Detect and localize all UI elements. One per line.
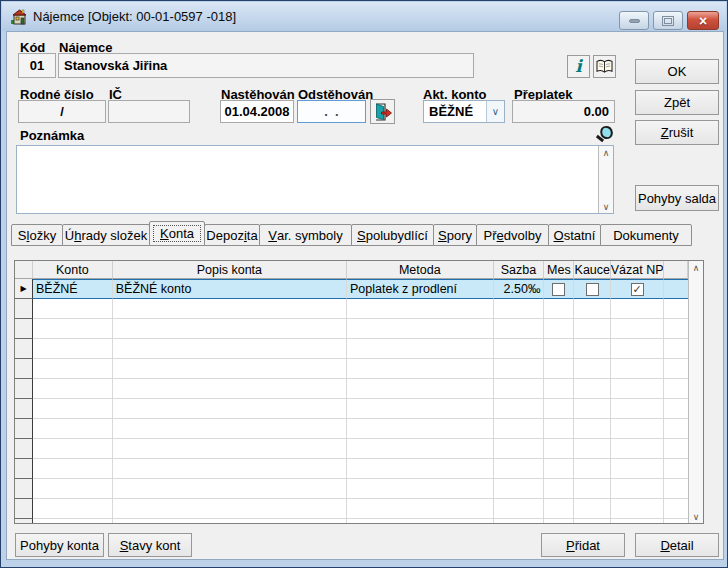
zrusit-button[interactable]: Zrušit [635,120,719,145]
tab-predvolby[interactable]: Předvolby [476,224,549,246]
kod-field[interactable]: 01 [18,53,56,78]
cell-konto [33,359,113,379]
column-header-popis[interactable]: Popis konta [113,261,347,279]
pridat-button[interactable]: Přidat [541,533,625,557]
tab-var-symboly[interactable]: Var. symboly [259,224,352,246]
dialog-client-area: Kód 01 Nájemce Stanovská Jiřina i Rodné … [6,31,724,560]
ic-field[interactable] [108,100,190,123]
window-controls: × [619,11,719,30]
scroll-down-icon[interactable]: ∨ [603,200,610,213]
cell-filler [664,439,688,459]
odstehovan-field[interactable]: . . [297,100,366,123]
preplatek-field[interactable]: 0.00 [512,100,615,123]
cell-popis [113,339,347,359]
tab-ostatni[interactable]: Ostatní [548,224,601,246]
cell-kauce [574,359,611,379]
scroll-up-icon[interactable]: ∧ [603,146,610,159]
cell-popis [113,479,347,499]
ok-button[interactable]: OK [635,59,719,84]
table-row[interactable]: ▶BĚŽNÉBĚŽNÉ kontoPoplatek z prodlení2.50… [15,279,688,299]
column-header-mes[interactable]: Mes [544,261,574,279]
accounts-table: KontoPopis kontaMetodaSazbaMesKauceVázat… [14,260,704,524]
row-gutter [15,379,33,399]
cell-konto [33,499,113,519]
cell-konto[interactable]: BĚŽNÉ [33,279,113,299]
cell-kauce[interactable] [574,279,611,299]
vazat_np-checkbox[interactable]: ✓ [631,283,644,296]
cell-metoda [347,439,494,459]
table-empty-row [15,399,688,419]
column-header-metoda[interactable]: Metoda [347,261,494,279]
cell-metoda[interactable]: Poplatek z prodlení [347,279,494,299]
cell-metoda [347,519,494,523]
cell-sazba [494,319,545,339]
cell-filler[interactable] [664,279,688,299]
cell-sazba [494,359,545,379]
cell-sazba [494,399,545,419]
cell-vazat_np [611,479,664,499]
cell-vazat_np [611,339,664,359]
column-header-kauce[interactable]: Kauce [574,261,611,279]
tab-dokumenty[interactable]: Dokumenty [600,224,692,246]
detail-button[interactable]: Detail [635,533,719,557]
poznamka-text[interactable] [17,146,598,213]
cell-vazat_np[interactable]: ✓ [611,279,664,299]
nastehovan-field[interactable]: 01.04.2008 [220,100,294,123]
cell-mes [544,459,574,479]
poznamka-scrollbar[interactable]: ∧ ∨ [598,146,613,213]
column-header-konto[interactable]: Konto [33,261,113,279]
tab-depozita[interactable]: Depozita [204,224,260,246]
scroll-up-icon[interactable]: ∧ [693,261,700,274]
rodne-cislo-field[interactable]: / [18,100,106,123]
close-button[interactable]: × [687,11,719,30]
titlebar[interactable]: Nájemce [Objekt: 00-01-0597 -018] × [2,2,726,31]
column-header-filler[interactable] [664,261,688,279]
cell-popis [113,499,347,519]
akt-konto-dropdown-button[interactable]: ∨ [486,101,504,122]
tab-konta[interactable]: Konta [149,221,205,246]
tab-spory[interactable]: Spory [433,224,477,246]
table-scrollbar[interactable]: ∧ ∨ [688,261,703,523]
akt-konto-value: BĚŽNÉ [424,101,486,122]
scroll-down-icon[interactable]: ∨ [693,510,700,523]
cell-mes [544,499,574,519]
cell-popis [113,379,347,399]
pohyby-konta-button[interactable]: Pohyby konta [15,533,104,557]
address-book-button[interactable] [593,55,616,78]
cell-konto [33,459,113,479]
cell-kauce [574,419,611,439]
close-icon: × [699,14,707,28]
info-button[interactable]: i [567,55,590,78]
tab-bar: SložkyÚhrady složekKontaDepozitaVar. sym… [11,221,692,246]
move-out-button[interactable] [370,99,395,124]
cell-popis[interactable]: BĚŽNÉ konto [113,279,347,299]
cell-metoda [347,459,494,479]
cell-konto [33,439,113,459]
mes-checkbox[interactable] [552,283,565,296]
zpet-button[interactable]: Zpět [635,90,719,115]
cell-vazat_np [611,499,664,519]
cell-vazat_np [611,419,664,439]
minimize-button[interactable] [619,11,649,30]
cell-filler [664,419,688,439]
cell-kauce [574,519,611,523]
tab-slozky[interactable]: Složky [11,224,63,246]
tab-spolubydlici[interactable]: Spolubydlící [351,224,434,246]
tab-uhrady-slozek[interactable]: Úhrady složek [62,224,150,246]
cell-mes[interactable] [544,279,574,299]
najemce-field[interactable]: Stanovská Jiřina [58,53,474,78]
cell-sazba[interactable]: 2.50‰ [494,279,545,299]
stavy-kont-button[interactable]: Stavy kont [108,533,192,557]
cell-mes [544,299,574,319]
cell-filler [664,519,688,523]
magnifier-icon[interactable] [596,125,615,144]
pohyby-salda-button[interactable]: Pohyby salda [635,185,719,211]
cell-sazba [494,299,545,319]
info-icon: i [575,58,581,75]
column-header-vazat_np[interactable]: Vázat NP [611,261,664,279]
kauce-checkbox[interactable] [586,283,599,296]
akt-konto-combobox[interactable]: BĚŽNÉ ∨ [423,100,505,123]
maximize-button[interactable] [653,11,683,30]
column-header-sazba[interactable]: Sazba [494,261,545,279]
poznamka-textarea[interactable]: ∧ ∨ [16,145,614,214]
